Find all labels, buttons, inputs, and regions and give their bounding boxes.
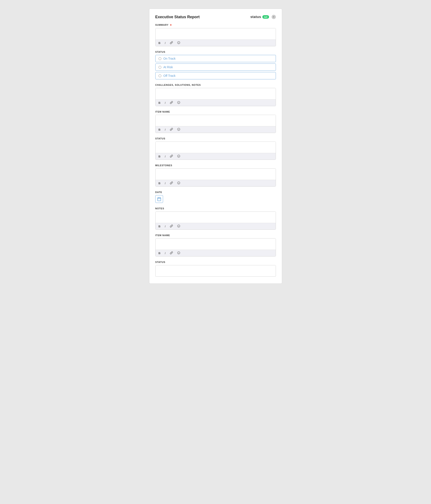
notes-section: NOTES B I [155,207,276,230]
status-3-label: STATUS [155,261,276,263]
status-off-track-label: Off Track [164,74,176,77]
item-name-2-section: ITEM NAME B I [155,234,276,257]
close-icon: × [273,15,274,18]
status2-emoji-button[interactable] [176,154,181,159]
item-name-1-toolbar: B I [156,126,276,133]
challenges-link-button[interactable] [169,101,174,105]
notes-label: NOTES [155,207,276,210]
milestones-bold-button[interactable]: B [158,181,161,185]
status-off-track[interactable]: Off Track [155,72,276,79]
notes-emoji-button[interactable] [176,224,181,228]
milestones-emoji-button[interactable] [176,181,181,185]
svg-point-9 [177,155,180,157]
notes-input[interactable] [156,212,276,222]
milestones-label: MILESTONES [155,164,276,167]
summary-editor: B I [155,28,276,46]
status-2-section: STATUS B I [155,137,276,160]
svg-point-19 [177,225,180,227]
item-name-1-input[interactable] [156,115,276,125]
item1-italic-button[interactable]: I [164,128,166,131]
item2-bold-button[interactable]: B [158,251,161,255]
summary-label: SUMMARY ★ [155,24,276,26]
notes-link-button[interactable] [169,224,174,228]
milestones-editor: B I [155,168,276,187]
challenges-section: CHALLENGES, SOLUTIONS, NOTES B I [155,84,276,106]
summary-emoji-button[interactable] [176,41,181,45]
item2-emoji-button[interactable] [176,251,181,255]
item-name-2-toolbar: B I [156,250,276,256]
svg-point-12 [177,182,180,184]
notes-editor: B I [155,211,276,230]
challenges-italic-button[interactable]: I [164,101,166,105]
item2-link-button[interactable] [169,251,174,255]
summary-toolbar: B I [156,39,276,46]
status-off-track-radio[interactable] [158,74,161,77]
notes-bold-button[interactable]: B [158,225,161,228]
status2-bold-button[interactable]: B [158,155,161,158]
summary-link-button[interactable] [169,41,174,45]
status-on-track[interactable]: On Track [155,55,276,62]
svg-point-0 [177,41,180,44]
summary-italic-button[interactable]: I [164,41,166,45]
challenges-editor: B I [155,88,276,106]
challenges-toolbar: B I [156,99,276,106]
svg-point-3 [177,101,180,104]
status-section: STATUS On Track At Risk Off Track [155,51,276,79]
status-at-risk-radio[interactable] [158,66,161,69]
card-header: Executive Status Report status net × [155,15,276,19]
challenges-emoji-button[interactable] [176,101,181,105]
required-star: ★ [170,24,172,26]
milestones-section: MILESTONES B I [155,164,276,187]
status-2-input[interactable] [156,142,276,152]
svg-point-6 [177,128,180,131]
item1-link-button[interactable] [169,127,174,132]
item-name-1-label: ITEM NAME [155,110,276,113]
svg-rect-15 [157,198,161,201]
brand-text: status [250,15,261,19]
status-3-input[interactable] [156,265,276,276]
item-name-1-editor: B I [155,115,276,133]
close-button[interactable]: × [272,15,276,19]
status-3-editor [155,265,276,277]
item-name-2-label: ITEM NAME [155,234,276,237]
brand-area: status net × [250,15,276,19]
item2-italic-button[interactable]: I [164,251,166,255]
calendar-icon [157,197,161,201]
status2-link-button[interactable] [169,154,174,159]
milestones-input[interactable] [156,169,276,179]
summary-bold-button[interactable]: B [158,41,161,45]
brand-badge: net [262,15,269,19]
svg-point-22 [177,252,180,254]
status-at-risk[interactable]: At Risk [155,63,276,71]
status-3-section: STATUS [155,261,276,277]
item-name-2-input[interactable] [156,238,276,249]
summary-section: SUMMARY ★ B I [155,24,276,46]
milestones-link-button[interactable] [169,181,174,185]
notes-toolbar: B I [156,223,276,229]
item-name-2-editor: B I [155,238,276,257]
status-label: STATUS [155,51,276,53]
date-section: DATE [155,191,276,203]
item1-emoji-button[interactable] [176,127,181,132]
milestones-italic-button[interactable]: I [164,181,166,185]
item1-bold-button[interactable]: B [158,128,161,131]
summary-input[interactable] [156,28,276,39]
status-2-toolbar: B I [156,153,276,160]
date-picker-button[interactable] [155,195,163,203]
challenges-input[interactable] [156,88,276,99]
status-2-label: STATUS [155,137,276,140]
main-card: Executive Status Report status net × SUM… [149,9,282,284]
status2-italic-button[interactable]: I [164,155,166,158]
date-label: DATE [155,191,276,193]
item-name-1-section: ITEM NAME B I [155,110,276,133]
milestones-toolbar: B I [156,180,276,186]
status-2-editor: B I [155,142,276,160]
status-on-track-label: On Track [164,57,176,60]
card-title: Executive Status Report [155,15,200,19]
challenges-label: CHALLENGES, SOLUTIONS, NOTES [155,84,276,86]
notes-italic-button[interactable]: I [164,225,166,228]
status-at-risk-label: At Risk [164,65,173,69]
status-on-track-radio[interactable] [158,57,161,60]
challenges-bold-button[interactable]: B [158,101,161,105]
